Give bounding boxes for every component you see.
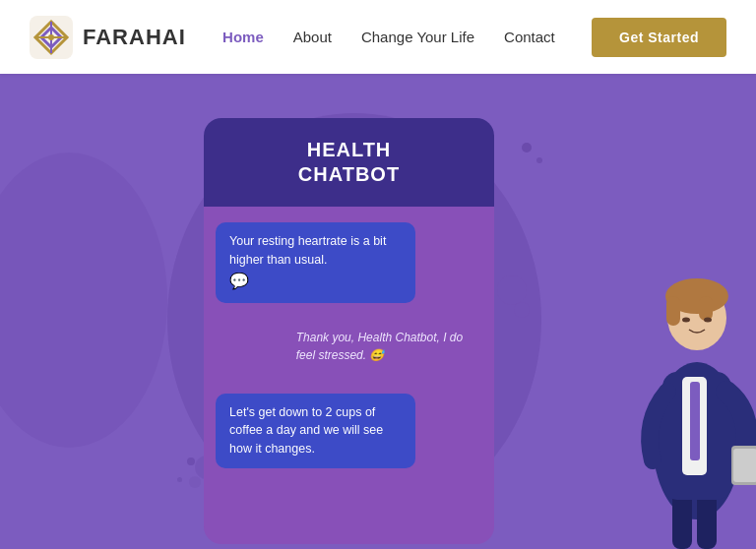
nav-about[interactable]: About [293, 29, 332, 45]
hero-section: HEALTH CHATBOT Your resting heartrate is… [0, 74, 756, 549]
card-title-line1: HEALTH [298, 138, 400, 162]
svg-rect-14 [690, 382, 700, 460]
svg-point-5 [497, 275, 527, 305]
navbar: FARAHAI Home About Change Your Life Cont… [0, 0, 756, 74]
svg-rect-23 [733, 449, 756, 482]
nav-home[interactable]: Home [222, 29, 264, 45]
svg-point-8 [189, 476, 201, 488]
navbar-center: Home About Change Your Life Contact [222, 29, 555, 45]
splat-1 [522, 143, 532, 152]
svg-point-20 [704, 318, 712, 323]
bubble-bot-2-text: Let's get down to 2 cups of coffee a day… [229, 405, 383, 457]
bubble-indicator: 💬 [229, 273, 249, 289]
character-illustration [623, 126, 756, 549]
brand-name: FARAHAI [83, 25, 186, 50]
chat-bubble-bot-1: Your resting heartrate is a bit higher t… [216, 222, 415, 303]
chat-bubble-bot-2: Let's get down to 2 cups of coffee a day… [216, 394, 415, 468]
nav-change-your-life[interactable]: Change Your Life [361, 29, 474, 45]
get-started-button[interactable]: Get Started [592, 18, 726, 57]
bubble-bot-1-text: Your resting heartrate is a bit higher t… [229, 234, 386, 267]
card-header: HEALTH CHATBOT [204, 118, 494, 207]
chat-bubble-user: Thank you, Health Chatbot, I do feel str… [283, 319, 482, 374]
navbar-left: FARAHAI [30, 16, 186, 59]
card-title-line2: CHATBOT [298, 162, 400, 187]
svg-point-3 [48, 34, 54, 40]
splat-2 [536, 157, 542, 163]
svg-rect-17 [666, 296, 680, 326]
bubble-user-text: Thank you, Health Chatbot, I do feel str… [296, 331, 463, 362]
splat-3 [187, 458, 195, 465]
splat-4 [177, 477, 182, 482]
svg-point-6 [514, 302, 530, 318]
card-title: HEALTH CHATBOT [298, 138, 400, 187]
logo-icon [30, 16, 73, 59]
nav-contact[interactable]: Contact [504, 29, 555, 45]
card-body: Your resting heartrate is a bit higher t… [204, 205, 494, 544]
left-blob [0, 152, 167, 448]
svg-rect-18 [699, 296, 713, 321]
svg-point-19 [682, 318, 690, 323]
